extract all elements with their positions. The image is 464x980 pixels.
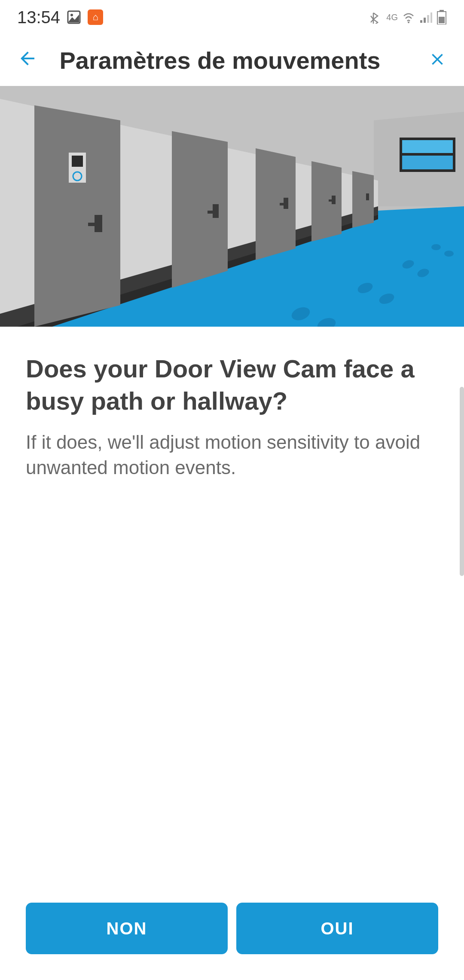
hallway-illustration	[0, 86, 464, 327]
svg-point-2	[408, 21, 409, 23]
svg-rect-3	[420, 20, 422, 23]
svg-rect-6	[430, 12, 432, 23]
network-4g-icon: 4G	[386, 12, 398, 22]
status-right: 4G	[369, 10, 447, 24]
svg-point-43	[444, 251, 454, 257]
signal-icon	[419, 11, 432, 24]
bluetooth-icon	[369, 11, 382, 24]
svg-marker-28	[256, 148, 296, 260]
content-area: Does your Door View Cam face a busy path…	[0, 327, 464, 481]
svg-rect-9	[439, 17, 445, 23]
svg-rect-21	[72, 156, 83, 167]
app-icon: ⌂	[88, 9, 103, 25]
page-title: Paramètres de mouvements	[25, 46, 415, 74]
wifi-icon	[402, 11, 415, 24]
svg-rect-33	[329, 199, 335, 202]
svg-point-1	[70, 14, 73, 16]
svg-rect-27	[208, 211, 218, 214]
yes-button[interactable]: OUI	[236, 903, 438, 954]
question-heading: Does your Door View Cam face a busy path…	[26, 352, 438, 417]
svg-rect-5	[427, 15, 429, 23]
svg-point-42	[431, 244, 441, 250]
header: Paramètres de mouvements	[0, 34, 464, 86]
battery-icon	[437, 10, 447, 24]
svg-rect-30	[280, 203, 287, 205]
svg-marker-25	[172, 131, 228, 288]
svg-marker-34	[352, 171, 374, 228]
no-button[interactable]: NON	[26, 903, 228, 954]
svg-rect-18	[402, 156, 453, 169]
status-left: 13:54 ⌂	[17, 8, 103, 27]
svg-marker-19	[34, 105, 120, 327]
svg-rect-17	[402, 140, 453, 153]
svg-rect-24	[88, 223, 101, 226]
svg-rect-35	[366, 193, 369, 200]
image-icon	[66, 9, 82, 25]
status-bar: 13:54 ⌂ 4G	[0, 0, 464, 34]
button-row: NON OUI	[26, 903, 438, 954]
svg-marker-31	[311, 161, 342, 242]
close-icon[interactable]	[428, 46, 447, 74]
question-description: If it does, we'll adjust motion sensitiv…	[26, 429, 438, 481]
scrollbar[interactable]	[460, 387, 464, 576]
svg-rect-4	[424, 18, 426, 23]
status-time: 13:54	[17, 8, 60, 27]
